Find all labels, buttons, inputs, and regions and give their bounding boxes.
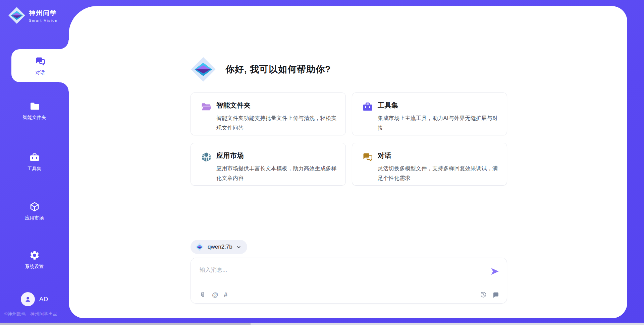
sidebar-item-label: 智能文件夹 [23,115,46,121]
user-profile[interactable]: AD [0,292,69,306]
card-title: 智能文件夹 [216,101,337,110]
chevron-down-icon [236,245,241,250]
sidebar-item-app-market[interactable]: 应用市场 [0,196,69,226]
app-subtitle: Smart Vision [29,18,58,22]
card-description: 集成市场上主流工具，助力AI与外界无缝扩展与对接 [378,113,498,133]
cube-icon [29,201,40,212]
composer-toolbar: @ # [191,286,507,304]
folder-icon [29,101,40,112]
sidebar-item-label: 工具集 [28,166,42,172]
card-title: 工具集 [378,101,498,110]
card-app-market[interactable]: 应用市场 应用市场提供丰富长文本模板，助力高效生成多样化文章内容 [191,143,346,186]
sidebar-item-label: 对话 [36,70,45,76]
history-icon[interactable] [480,291,487,299]
card-title: 应用市场 [216,151,337,160]
toolbox-icon [362,102,373,112]
sidebar-item-toolset[interactable]: 工具集 [0,146,69,177]
greeting-title: 你好, 我可以如何帮助你? [225,63,331,75]
mention-icon[interactable]: @ [212,291,218,299]
diamond-logo-icon [8,7,25,24]
card-description: 应用市场提供丰富长文本模板，助力高效生成多样化文章内容 [216,164,337,183]
card-description: 灵活切换多模型文件，支持多样回复效果调试，满足个性化需求 [378,164,498,183]
greeting-block: 你好, 我可以如何帮助你? [191,56,331,82]
card-description: 智能文件夹功能支持批量文件上传与清洗，轻松实现文件问答 [216,113,337,133]
feature-cards: 智能文件夹 智能文件夹功能支持批量文件上传与清洗，轻松实现文件问答 工具集 集成… [191,92,507,186]
user-initials: AD [39,296,48,303]
horizontal-scrollbar[interactable] [0,323,644,325]
diamond-logo-icon [191,57,216,82]
toolbox-icon [29,152,40,163]
card-toolset[interactable]: 工具集 集成市场上主流工具，助力AI与外界无缝扩展与对接 [352,92,507,135]
folder-open-icon [201,102,212,112]
card-smart-folder[interactable]: 智能文件夹 智能文件夹功能支持批量文件上传与清洗，轻松实现文件问答 [191,92,346,135]
sidebar: 神州问学 Smart Vision 对话 智能文件夹 工具集 应用市场 [0,0,69,325]
gear-icon [29,250,40,261]
model-selector[interactable]: qwen2:7b [191,240,247,254]
sidebar-item-chat[interactable]: 对话 [11,49,69,82]
attachment-icon[interactable] [199,291,206,299]
sidebar-item-label: 系统设置 [25,264,44,270]
main-column: 你好, 我可以如何帮助你? 智能文件夹 智能文件夹功能支持批量文件上传与清洗，轻… [191,6,507,318]
sidebar-item-label: 应用市场 [25,215,44,221]
app-logo: 神州问学 Smart Vision [8,7,58,24]
diamond-logo-icon [195,243,204,251]
card-title: 对话 [378,151,498,160]
sidebar-item-smart-folder[interactable]: 智能文件夹 [0,95,69,126]
app-name: 神州问学 [29,9,58,17]
send-icon[interactable] [490,267,499,276]
chat-bubbles-icon [35,56,46,67]
copyright-text: ©神州数码 · 神州问学出品 [4,311,57,317]
avatar [21,292,35,306]
cube-grid-icon [201,152,212,162]
conversations-icon[interactable] [492,291,499,299]
model-name: qwen2:7b [208,244,232,250]
chat-composer: @ # [191,258,507,304]
content-panel: 你好, 我可以如何帮助你? 智能文件夹 智能文件夹功能支持批量文件上传与清洗，轻… [69,6,627,318]
user-icon [24,295,32,303]
card-chat[interactable]: 对话 灵活切换多模型文件，支持多样回复效果调试，满足个性化需求 [352,143,507,186]
topic-icon[interactable]: # [224,291,228,299]
sidebar-item-settings[interactable]: 系统设置 [0,244,69,275]
message-input[interactable] [191,258,476,284]
chat-bubbles-icon [362,152,373,162]
